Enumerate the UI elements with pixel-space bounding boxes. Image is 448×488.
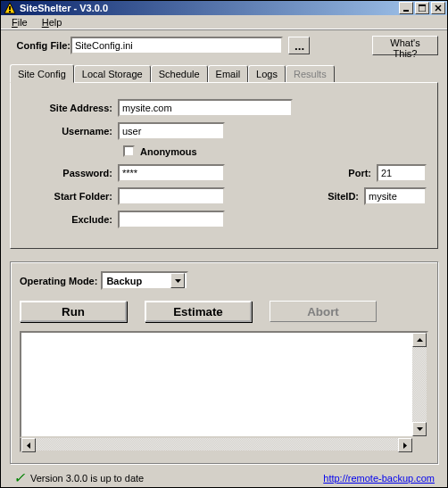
password-label: Password: xyxy=(21,168,118,178)
anonymous-label: Anonymous xyxy=(140,146,197,157)
exclude-label: Exclude: xyxy=(21,214,118,225)
version-status-text: Version 3.0.0 is up to date xyxy=(30,473,144,484)
chevron-down-icon xyxy=(170,273,185,288)
tab-local-storage[interactable]: Local Storage xyxy=(74,65,151,82)
vertical-scrollbar[interactable] xyxy=(412,333,427,436)
svg-rect-1 xyxy=(9,6,11,10)
check-icon: ✓ xyxy=(13,469,25,486)
svg-marker-11 xyxy=(27,443,30,449)
scroll-right-icon[interactable] xyxy=(398,438,412,452)
titlebar: SiteShelter - V3.0.0 xyxy=(1,1,447,15)
site-address-label: Site Address: xyxy=(21,103,118,113)
tab-site-config[interactable]: Site Config xyxy=(10,64,74,83)
svg-marker-8 xyxy=(175,279,181,283)
abort-button: Abort xyxy=(270,301,377,322)
log-textarea[interactable] xyxy=(20,331,428,438)
svg-marker-10 xyxy=(417,427,423,431)
estimate-button[interactable]: Estimate xyxy=(145,301,252,322)
config-file-input[interactable] xyxy=(71,37,283,54)
svg-rect-2 xyxy=(9,11,11,12)
minimize-button[interactable] xyxy=(399,2,413,14)
tabs-container: Site Config Local Storage Schedule Email… xyxy=(10,64,438,249)
window-controls xyxy=(397,2,445,14)
username-input[interactable] xyxy=(118,122,225,140)
close-button[interactable] xyxy=(431,2,445,14)
anonymous-checkbox[interactable] xyxy=(123,145,135,157)
status-bar: ✓ Version 3.0.0 is up to date http://rem… xyxy=(10,464,438,488)
content-area: Config File: ... What's This? Site Confi… xyxy=(1,30,447,488)
operating-mode-value: Backup xyxy=(106,276,142,286)
menu-help-rest: elp xyxy=(49,17,62,28)
tab-logs[interactable]: Logs xyxy=(248,65,286,82)
exclude-input[interactable] xyxy=(118,211,225,228)
config-file-row: Config File: ... What's This? xyxy=(10,36,438,55)
website-link[interactable]: http://remote-backup.com xyxy=(323,473,435,484)
run-button[interactable]: Run xyxy=(20,301,127,322)
tab-strip: Site Config Local Storage Schedule Email… xyxy=(10,64,438,82)
scroll-left-icon[interactable] xyxy=(21,438,36,452)
operating-mode-label: Operating Mode: xyxy=(20,276,97,286)
whats-this-button[interactable]: What's This? xyxy=(372,36,438,55)
maximize-button[interactable] xyxy=(415,2,429,14)
scroll-down-icon[interactable] xyxy=(412,422,427,436)
username-label: Username: xyxy=(21,126,118,136)
svg-rect-5 xyxy=(419,4,426,6)
scroll-up-icon[interactable] xyxy=(412,333,427,347)
operating-mode-group: Operating Mode: Backup Run Estimate Abor… xyxy=(10,261,438,464)
menu-file[interactable]: File xyxy=(4,15,35,29)
start-folder-label: Start Folder: xyxy=(21,191,118,202)
svg-marker-9 xyxy=(417,338,423,342)
port-label: Port: xyxy=(332,168,377,178)
window-title: SiteShelter - V3.0.0 xyxy=(20,3,397,13)
siteid-input[interactable] xyxy=(364,187,427,205)
svg-marker-12 xyxy=(403,443,407,449)
config-file-label: Config File: xyxy=(10,40,71,51)
browse-button[interactable]: ... xyxy=(288,37,310,54)
site-address-input[interactable] xyxy=(118,99,293,117)
port-input[interactable] xyxy=(377,164,427,182)
siteid-label: SiteID: xyxy=(319,191,364,202)
menu-help[interactable]: Help xyxy=(35,15,70,29)
svg-rect-3 xyxy=(403,10,409,12)
tab-results[interactable]: Results xyxy=(286,65,335,82)
app-icon xyxy=(3,1,17,15)
horizontal-scrollbar[interactable] xyxy=(20,438,414,452)
menubar: File Help xyxy=(1,15,447,30)
password-input[interactable] xyxy=(118,164,225,182)
menu-file-rest: ile xyxy=(18,17,28,28)
tab-schedule[interactable]: Schedule xyxy=(151,65,208,82)
app-window: SiteShelter - V3.0.0 File Help Config Fi… xyxy=(0,0,448,488)
operating-mode-select[interactable]: Backup xyxy=(101,271,188,290)
tab-panel-site-config: Site Address: Username: Anonymous Passwo… xyxy=(10,82,438,249)
start-folder-input[interactable] xyxy=(118,187,225,205)
tab-email[interactable]: Email xyxy=(208,65,249,82)
